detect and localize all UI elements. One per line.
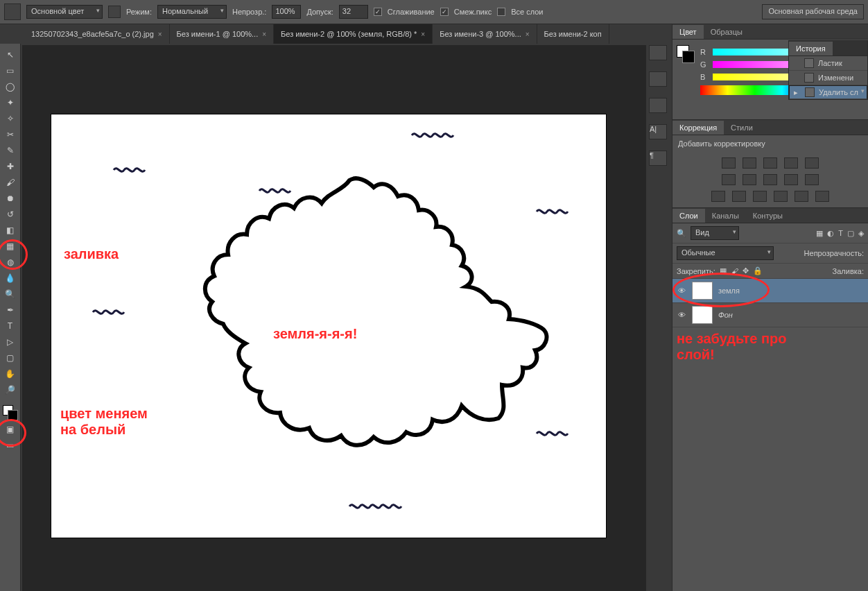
channels-tab[interactable]: Каналы	[705, 209, 746, 223]
document-tab[interactable]: Без имени-3 @ 100%...×	[433, 24, 537, 44]
history-item-selected[interactable]: ▸Удалить сл	[789, 85, 867, 99]
adjustment-icon[interactable]	[753, 191, 767, 202]
marquee-tool[interactable]: ▭	[2, 64, 19, 78]
layers-tab[interactable]: Слои	[672, 209, 705, 223]
visibility-icon[interactable]: 👁	[677, 311, 686, 319]
adjustment-icon[interactable]	[784, 174, 798, 185]
adjustment-icon[interactable]	[763, 174, 777, 185]
history-brush-tool[interactable]: ↺	[2, 207, 19, 221]
adjustment-icon[interactable]	[774, 191, 788, 202]
color-swatch[interactable]	[677, 45, 693, 62]
foreground-background-swatch[interactable]	[3, 405, 18, 420]
move-tool[interactable]: ↖	[2, 48, 19, 62]
path-select-tool[interactable]: ▷	[2, 335, 19, 349]
close-icon[interactable]: ×	[421, 31, 425, 38]
adjustment-icon[interactable]	[711, 191, 725, 202]
layer-thumbnail[interactable]	[692, 282, 713, 300]
history-item[interactable]: Ластик	[789, 56, 867, 71]
lock-transparent-icon[interactable]: ▦	[720, 266, 727, 275]
adjustment-icon[interactable]	[722, 174, 736, 185]
antialias-checkbox[interactable]: ✓	[374, 8, 382, 16]
adjustment-icon[interactable]	[784, 157, 798, 169]
filter-type-icon[interactable]: T	[838, 229, 843, 237]
healing-tool[interactable]: ✚	[2, 160, 19, 173]
lock-position-icon[interactable]: ✥	[743, 266, 749, 275]
mini-panel-icon[interactable]	[649, 45, 667, 60]
document-tab[interactable]: 13250702343_e8acfe5a7c_o (2).jpg×	[24, 24, 170, 44]
layer-item-active[interactable]: 👁 земля	[672, 279, 868, 303]
layer-item[interactable]: 👁 Фон	[672, 303, 868, 327]
adjustment-icon[interactable]	[743, 157, 756, 169]
close-icon[interactable]: ×	[526, 31, 530, 38]
tolerance-input[interactable]: 32	[339, 5, 368, 19]
eraser-tool[interactable]: ◧	[2, 223, 19, 237]
correction-tab[interactable]: Коррекция	[672, 121, 724, 135]
close-icon[interactable]: ×	[262, 31, 266, 38]
search-icon[interactable]: 🔍	[677, 229, 686, 238]
document-tab[interactable]: Без имени-1 @ 100%...×	[170, 24, 274, 44]
history-step-icon	[804, 58, 814, 68]
blend-mode-select[interactable]: Обычные	[677, 246, 774, 260]
document-tab[interactable]: Без имени-2 коп	[537, 24, 609, 44]
adjustment-icon[interactable]	[805, 157, 819, 169]
mini-panel-icon[interactable]	[649, 71, 667, 87]
antialias-label: Сглаживание	[388, 8, 435, 16]
history-panel: История Ластик Изменени ▸Удалить сл	[788, 40, 868, 100]
all-layers-checkbox[interactable]	[497, 8, 505, 16]
crop-tool[interactable]: ✂	[2, 128, 19, 142]
adjustment-icon[interactable]	[763, 157, 777, 169]
right-panels: A| ¶ Цвет Образцы R G B История Ластик И…	[672, 24, 868, 591]
active-tool-icon[interactable]	[4, 3, 21, 20]
shape-tool[interactable]: ▢	[2, 351, 19, 365]
magic-wand-tool[interactable]: ✧	[2, 112, 19, 126]
blend-mode-select[interactable]: Нормальный	[157, 5, 227, 19]
mini-panel-icon[interactable]: A|	[649, 124, 667, 139]
opacity-input[interactable]: 100%	[272, 5, 301, 19]
filter-pixel-icon[interactable]: ▦	[816, 229, 823, 238]
filter-shape-icon[interactable]: ▢	[847, 229, 854, 238]
color-tab[interactable]: Цвет	[672, 25, 704, 39]
adjustment-icon[interactable]	[795, 191, 808, 202]
document-tab-active[interactable]: Без имени-2 @ 100% (земля, RGB/8) *×	[274, 24, 433, 44]
mini-panel-icon[interactable]: ¶	[649, 151, 667, 166]
layer-thumbnail[interactable]	[692, 306, 713, 324]
blur-tool[interactable]: 💧	[2, 271, 19, 285]
visibility-icon[interactable]: 👁	[677, 286, 686, 295]
contiguous-checkbox[interactable]: ✓	[440, 8, 449, 16]
workspace-button[interactable]: Основная рабочая среда	[762, 4, 864, 19]
eyedropper-tool[interactable]: ✎	[2, 144, 19, 157]
zoom-tool[interactable]: 🔎	[2, 383, 19, 397]
brush-tool[interactable]: 🖌	[2, 175, 19, 189]
lock-pixels-icon[interactable]: 🖌	[731, 267, 738, 275]
lock-all-icon[interactable]: 🔒	[753, 266, 763, 275]
dodge-tool[interactable]: 🔍	[2, 287, 19, 301]
history-tab[interactable]: История	[789, 42, 833, 55]
history-item[interactable]: Изменени	[789, 71, 867, 85]
annotation-fill: заливка	[64, 246, 119, 262]
filter-adjust-icon[interactable]: ◐	[827, 229, 834, 238]
type-tool[interactable]: T	[2, 319, 19, 333]
color-panel-header: Цвет Образцы	[672, 24, 868, 40]
stamp-tool[interactable]: ⏺	[2, 191, 19, 205]
document-canvas[interactable]: земля-я-я-я!	[51, 114, 606, 538]
lasso-tool[interactable]: ◯	[2, 80, 19, 94]
styles-tab[interactable]: Стили	[724, 121, 760, 135]
swatches-tab[interactable]: Образцы	[704, 25, 749, 39]
adjustment-icon[interactable]	[805, 174, 819, 185]
mini-panel-icon[interactable]	[649, 98, 667, 113]
filter-smart-icon[interactable]: ◈	[858, 229, 864, 238]
adjustment-icon[interactable]	[815, 191, 829, 202]
close-icon[interactable]: ×	[158, 31, 162, 38]
paths-tab[interactable]: Контуры	[746, 209, 790, 223]
adjustment-icon[interactable]	[732, 191, 746, 202]
adjustment-icon[interactable]	[743, 174, 756, 185]
quick-select-tool[interactable]: ✦	[2, 96, 19, 110]
pattern-picker[interactable]	[108, 6, 121, 18]
layer-filter-select[interactable]: Вид	[691, 226, 739, 240]
adjustment-icon[interactable]	[722, 157, 736, 169]
hand-tool[interactable]: ✋	[2, 367, 19, 381]
fill-source-select[interactable]: Основной цвет	[26, 5, 103, 19]
layer-name: земля	[718, 286, 740, 295]
pen-tool[interactable]: ✒	[2, 303, 19, 317]
annotation-earth: земля-я-я-я!	[273, 326, 357, 342]
